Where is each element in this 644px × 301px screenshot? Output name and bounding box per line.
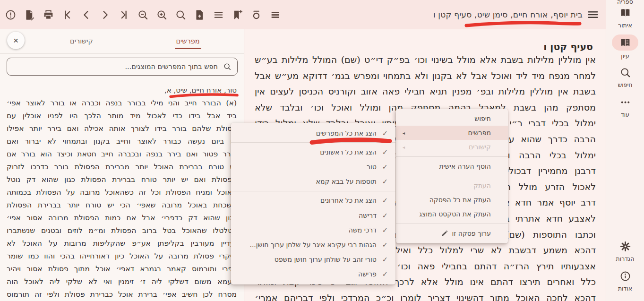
menu-item-label: הוסף הערה אישית: [439, 163, 491, 170]
close-panel-button[interactable]: ×: [7, 32, 25, 49]
search-icon[interactable]: [173, 7, 188, 22]
commentary-text-line: בירר פטור ואם בירר בנפה ובכברה חייב חטאת…: [7, 148, 237, 161]
tab-label: קישורים: [70, 37, 93, 45]
submenu-item-prisha[interactable]: ✓ פרישה: [231, 267, 395, 282]
report-issue-icon[interactable]: [3, 7, 18, 22]
sidebar-item-label: עיון: [621, 52, 629, 60]
main-text-line: אין מוללין מלילות בשבת אלא מולל בשינוי ו…: [255, 52, 596, 68]
sidebar-item-label: אודות: [618, 285, 632, 292]
submenu-item-hagahot-rabbi-akiva-eiger[interactable]: ✓ הגהות רבי עקיבא איגר על שלחן ערוך חושן…: [231, 237, 395, 252]
first-page-icon[interactable]: [60, 7, 75, 22]
sidebar-item-more[interactable]: עוד: [606, 92, 644, 121]
menu-item-add-personal-note[interactable]: הוסף הערה אישית: [396, 159, 508, 173]
sidebar-icon: [618, 95, 632, 109]
submenu-item-label: דרישה: [359, 212, 377, 219]
menu-item-copy-displayed-text[interactable]: העתק את הטקסט המוצג: [396, 207, 508, 221]
menu-item-copy: העתק: [396, 179, 508, 193]
checkmark-icon: ✓: [382, 178, 388, 185]
toolbar-icon-group: [3, 0, 283, 29]
submenu-item-tosafot-bava-kamma[interactable]: ✓ תוספות על בבא קמא: [231, 174, 395, 189]
commentary-text-line: כגון שהוא דק כדפרי׳ אבל אם כמות הפסולת מ…: [7, 212, 237, 224]
checkmark-icon: ✓: [382, 163, 388, 171]
submenu-item-drisha[interactable]: ✓ דרישה: [231, 208, 395, 223]
menu-item-label: העתק: [473, 182, 491, 189]
commentary-text-line: לפרי ותורמוס קאמר בגמרא דאפי׳ אוכל מתוך …: [7, 263, 237, 275]
checkmark-icon: ✓: [382, 241, 388, 249]
submenu-item-darkei-moshe[interactable]: ✓ דרכי משה: [231, 223, 395, 237]
submenu-item-label: תוספות על בבא קמא: [316, 178, 377, 185]
commentators-panel: × מפרשים קישורים טור, אורח חיים, שיט, א,…: [0, 29, 244, 301]
menu-item-commentators[interactable]: מפרשים ◂: [396, 126, 508, 140]
add-note-icon[interactable]: [192, 7, 207, 22]
submenu-item-tur[interactable]: ✓ טור: [231, 159, 395, 174]
tab-label: מפרשים: [176, 37, 199, 45]
sidebar-item-label: איתור: [618, 22, 632, 29]
menu-item-label: חיפוש: [474, 115, 491, 122]
sidebar-item-label: עוד: [621, 111, 629, 118]
commentary-text-line: יש טורח בברירת האוכל יותר מברירת הפסולת …: [7, 161, 237, 173]
menu-item-edit-paragraph[interactable]: ערוך פסקה זו: [396, 226, 508, 241]
submenu-item-show-all-acharonim[interactable]: ✓ הצג את כל אחרונים: [231, 193, 395, 208]
sidebar-item-search[interactable]: חיפוש: [606, 62, 644, 92]
panel-tabs: מפרשים קישורים: [28, 36, 241, 49]
submenu-item-label: פרישה: [358, 270, 377, 278]
submenu-item-turei-zahav[interactable]: ✓ טורי זהב על שולחן ערוך חושן משפט: [231, 252, 395, 267]
submenu-item-label: טורי זהב על שולחן ערוך חושן משפט: [275, 256, 377, 263]
submenu-item-label: הגהות רבי עקיבא איגר על שלחן ערוך חושן..…: [249, 241, 376, 249]
tab-links[interactable]: קישורים: [28, 36, 135, 49]
submenu-item-label: דרכי משה: [349, 226, 377, 234]
section-header: סעיף קטן ו: [543, 41, 593, 52]
commentary-text-line: הפסולת ואם יש יותר טורח בברירת הפסולת כג…: [7, 173, 237, 186]
commentary-text-body: (א) הבורר חייב והני מילי בבורר בנפה וכבר…: [7, 97, 237, 301]
submenu-arrow-icon: ◂: [403, 130, 405, 136]
commentary-search-input[interactable]: [13, 62, 219, 71]
letter-spacing-icon[interactable]: [249, 7, 264, 22]
commentary-text-line: מיקרי פסולת מרובה על האוכל כיון דאורחייה…: [7, 250, 237, 263]
top-toolbar: בית יוסף, אורח חיים, סימן שיט, סעיף קטן …: [0, 0, 606, 30]
submenu-item-label: הצג את כל ראשונים: [320, 148, 377, 156]
commentary-text-line: בו ביום נעשה כבורר לאוצר וחייב בקנון ובת…: [7, 135, 237, 148]
menu-item-search[interactable]: חיפוש: [396, 112, 508, 126]
checkmark-icon: ✓: [382, 256, 388, 263]
commentators-submenu: ✓ הצג את כל המפרשים ✓ הצג את כל ראשונים …: [231, 123, 395, 284]
commentary-search-box: [7, 58, 238, 76]
commentary-text-line: טעמא משום דשלקי ליה ז׳ זימנין ואי לא שלק…: [7, 275, 237, 288]
checkmark-icon: ✓: [382, 270, 388, 278]
checkmark-icon: ✓: [382, 212, 388, 219]
hamburger-menu-icon[interactable]: [586, 8, 600, 21]
tab-commentators[interactable]: מפרשים: [135, 36, 241, 49]
edit-document-icon[interactable]: [22, 7, 37, 22]
print-icon[interactable]: [41, 7, 56, 22]
menu-density-icon[interactable]: [267, 7, 283, 22]
app-window: בית יוסף, אורח חיים, סימן שיט, סעיף קטן …: [0, 0, 644, 301]
zoom-in-icon[interactable]: [154, 7, 169, 22]
sidebar-item-label: חיפוש: [618, 81, 632, 88]
add-bookmark-icon[interactable]: [230, 7, 245, 22]
main-text-line: למחר מנפח מיד ליד ואוכל אבל לא בקנון ולא…: [255, 68, 596, 84]
submenu-arrow-icon: ◂: [403, 145, 405, 150]
sidebar-item-study[interactable]: עיון: [606, 32, 644, 62]
zoom-out-icon[interactable]: [135, 7, 150, 22]
sidebar-icon: [618, 269, 632, 283]
submenu-item-label: הצג את כל המפרשים: [316, 129, 377, 137]
text-lines-icon[interactable]: [211, 7, 226, 22]
checkmark-icon: ✓: [382, 129, 388, 137]
pencil-icon: [441, 230, 448, 237]
next-page-icon[interactable]: [97, 7, 112, 22]
sidebar-bottom-group: הגדרות אודות: [606, 236, 644, 301]
last-page-icon[interactable]: [116, 7, 131, 22]
main-text-line: בשבת אין מוללין מלילות ובפ׳ מפנין תניא ח…: [255, 84, 596, 100]
sidebar-item-settings[interactable]: הגדרות: [606, 236, 644, 266]
sidebar-item-locate[interactable]: איתור: [606, 2, 644, 32]
menu-item-copy-paragraph[interactable]: העתק את כל הפסקה: [396, 193, 508, 207]
sidebar-item-about[interactable]: אודות: [606, 266, 644, 295]
submenu-item-show-all-rishonim[interactable]: ✓ הצג את כל ראשונים: [231, 145, 395, 159]
close-icon: ×: [13, 35, 18, 46]
right-sidebar: ספריה איתור עיון: [606, 0, 644, 301]
submenu-item-show-all-commentators[interactable]: ✓ הצג את כל המפרשים: [231, 126, 395, 140]
menu-item-label: מפרשים: [468, 129, 491, 137]
window-title: בית יוסף, אורח חיים, סימן שיט, סעיף קטן …: [417, 0, 583, 29]
sidebar-icon: [612, 34, 638, 51]
previous-page-icon[interactable]: [78, 7, 94, 22]
commentary-source-header[interactable]: טור, אורח חיים, שיט, א,: [164, 86, 237, 95]
